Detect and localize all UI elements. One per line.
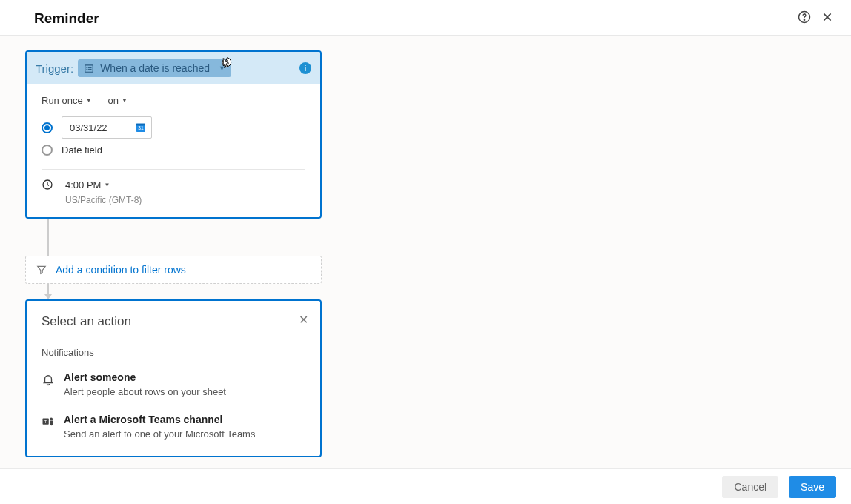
date-input[interactable]: 03/31/22 31: [62, 116, 152, 139]
frequency-label: Run once: [42, 95, 83, 106]
action-card: Select an action ✕ Notifications Alert s…: [25, 299, 322, 457]
time-label: 4:00 PM: [65, 179, 101, 190]
close-action-panel-icon[interactable]: ✕: [299, 313, 308, 327]
connector-line: [47, 219, 49, 256]
workflow-canvas: Trigger: When a date is reached ▼ i Run …: [0, 36, 851, 468]
action-alert-someone[interactable]: Alert someone Alert people about rows on…: [42, 365, 305, 408]
radio-date-field[interactable]: [42, 145, 53, 156]
action-panel-title: Select an action: [42, 314, 305, 329]
svg-text:31: 31: [138, 125, 144, 130]
add-condition-label: Add a condition to filter rows: [56, 264, 186, 276]
bell-icon: [42, 373, 55, 386]
time-dropdown[interactable]: 4:00 PM ▼: [65, 179, 110, 190]
header-actions: [798, 10, 833, 26]
svg-rect-3: [87, 67, 88, 68]
teams-icon: T: [42, 415, 55, 428]
svg-rect-7: [88, 69, 90, 70]
trigger-type-dropdown[interactable]: When a date is reached ▼: [78, 59, 231, 77]
date-field-label: Date field: [62, 145, 102, 156]
preposition-dropdown[interactable]: on ▼: [108, 95, 128, 106]
svg-point-15: [50, 417, 53, 420]
frequency-dropdown[interactable]: Run once ▼: [42, 95, 92, 106]
svg-text:T: T: [44, 420, 47, 424]
action-item-text: Alert a Microsoft Teams channel Send an …: [64, 414, 255, 440]
chevron-down-icon: ▼: [122, 97, 128, 104]
svg-rect-4: [88, 67, 90, 68]
page-title: Reminder: [34, 10, 99, 27]
trigger-label: Trigger:: [36, 62, 73, 75]
svg-rect-2: [85, 65, 93, 72]
filter-icon: [36, 265, 47, 275]
close-icon[interactable]: [821, 11, 833, 25]
dialog-footer: Cancel Save: [0, 468, 851, 504]
cancel-button[interactable]: Cancel: [722, 476, 778, 498]
divider: [42, 169, 305, 170]
clock-icon: [42, 179, 53, 190]
preposition-label: on: [108, 95, 119, 106]
dialog-header: Reminder: [0, 0, 851, 36]
action-item-desc: Alert people about rows on your sheet: [64, 386, 226, 397]
add-condition-button[interactable]: Add a condition to filter rows: [25, 256, 322, 284]
trigger-header: Trigger: When a date is reached ▼ i: [27, 52, 320, 84]
datepicker-icon[interactable]: 31: [135, 122, 147, 133]
svg-rect-6: [87, 69, 88, 70]
action-item-desc: Send an alert to one of your Microsoft T…: [64, 428, 255, 440]
svg-rect-5: [90, 67, 92, 68]
time-row: 4:00 PM ▼: [42, 179, 305, 190]
chevron-down-icon: ▼: [219, 64, 225, 72]
action-alert-teams[interactable]: T Alert a Microsoft Teams channel Send a…: [42, 408, 305, 450]
date-value: 03/31/22: [70, 122, 107, 133]
chevron-down-icon: ▼: [104, 182, 110, 188]
trigger-type-label: When a date is reached: [100, 62, 210, 74]
svg-point-1: [804, 19, 804, 20]
timezone-label: US/Pacific (GMT-8): [65, 195, 305, 205]
specific-date-option[interactable]: 03/31/22 31: [42, 116, 305, 139]
arrow-down-icon: [44, 294, 52, 299]
info-icon[interactable]: i: [299, 62, 311, 74]
radio-specific-date[interactable]: [42, 122, 53, 133]
schedule-row: Run once ▼ on ▼: [42, 95, 305, 106]
save-button[interactable]: Save: [789, 476, 836, 498]
chevron-down-icon: ▼: [86, 97, 92, 104]
action-item-title: Alert someone: [64, 371, 226, 383]
svg-rect-8: [90, 69, 92, 70]
action-item-title: Alert a Microsoft Teams channel: [64, 414, 255, 425]
action-section-label: Notifications: [42, 347, 305, 358]
trigger-body: Run once ▼ on ▼ 03/31/22 31 Date field: [27, 84, 320, 217]
trigger-card: Trigger: When a date is reached ▼ i Run …: [25, 50, 322, 219]
action-item-text: Alert someone Alert people about rows on…: [64, 371, 226, 397]
connector-line: [47, 284, 49, 294]
calendar-grid-icon: [84, 63, 94, 73]
help-icon[interactable]: [798, 10, 811, 26]
date-field-option[interactable]: Date field: [42, 145, 305, 156]
